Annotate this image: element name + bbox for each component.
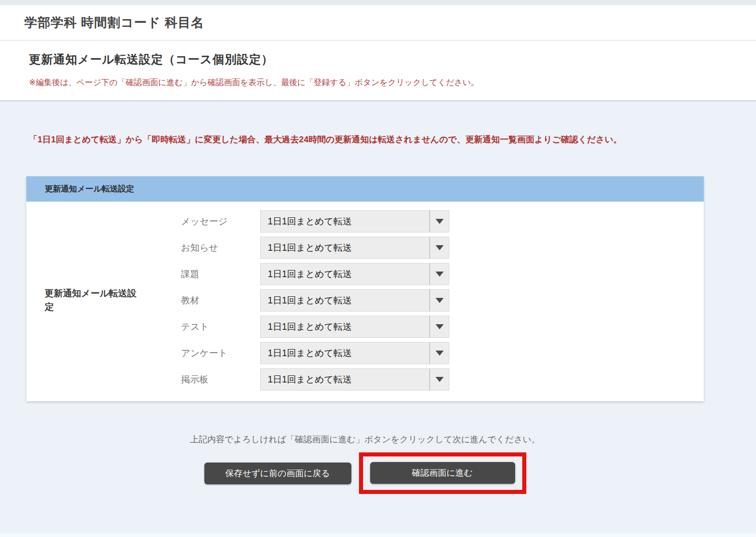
chevron-down-icon[interactable] (429, 342, 449, 364)
select-value: 1日1回まとめて転送 (261, 342, 429, 364)
page-header: 学部学科 時間割コード 科目名 (0, 5, 756, 41)
back-button[interactable]: 保存せずに前の画面に戻る (204, 463, 351, 484)
chevron-down-glyph (436, 351, 444, 356)
page-title: 更新通知メール転送設定（コース個別設定） (29, 52, 746, 67)
chevron-down-icon[interactable] (429, 316, 449, 337)
setting-row: 教材 1日1回まとめて転送 (181, 289, 449, 312)
setting-label: 課題 (181, 268, 260, 280)
chevron-down-glyph (436, 377, 444, 382)
section-header: 更新通知メール転送設定（コース個別設定） ※編集後は、ページ下の「確認画面に進む… (0, 41, 756, 101)
setting-label: テスト (181, 321, 260, 333)
window-top-strip (0, 0, 756, 5)
confirm-instruction: 上記内容でよろしければ「確認画面に進む」ボタンをクリックして次に進んでください。 (26, 434, 704, 445)
setting-row: メッセージ 1日1回まとめて転送 (181, 210, 449, 233)
main-content: 「1日1回まとめて転送」から「即時転送」に変更した場合、最大過去24時間の更新通… (0, 101, 756, 494)
forwarding-select[interactable]: 1日1回まとめて転送 (260, 316, 449, 338)
setting-row: アンケート 1日1回まとめて転送 (181, 342, 449, 364)
chevron-down-glyph (436, 219, 444, 224)
setting-row: お知らせ 1日1回まとめて転送 (181, 237, 449, 259)
panel-header: 更新通知メール転送設定 (26, 176, 704, 202)
select-value: 1日1回まとめて転送 (261, 369, 429, 390)
forwarding-select[interactable]: 1日1回まとめて転送 (260, 263, 449, 285)
select-value: 1日1回まとめて転送 (261, 211, 429, 232)
forwarding-select[interactable]: 1日1回まとめて転送 (260, 237, 449, 259)
setting-label: アンケート (181, 347, 260, 359)
setting-label: 掲示板 (181, 373, 260, 386)
forwarding-settings-panel: 更新通知メール転送設定 更新通知メール転送設定 メッセージ 1日1回まとめて転送 (26, 176, 704, 401)
group-label: 更新通知メール転送設定 (45, 287, 138, 314)
chevron-down-icon[interactable] (429, 290, 449, 311)
chevron-down-glyph (436, 272, 444, 277)
group-label-cell: 更新通知メール転送設定 (26, 210, 181, 391)
red-highlight-annotation: 確認画面に進む (359, 452, 526, 494)
select-value: 1日1回まとめて転送 (261, 290, 429, 311)
forwarding-select[interactable]: 1日1回まとめて転送 (260, 368, 449, 391)
setting-label: メッセージ (181, 215, 260, 227)
setting-row: 掲示板 1日1回まとめて転送 (181, 368, 449, 391)
select-value: 1日1回まとめて転送 (261, 263, 429, 285)
chevron-down-icon[interactable] (429, 237, 449, 258)
chevron-down-glyph (436, 245, 444, 250)
forwarding-select[interactable]: 1日1回まとめて転送 (260, 289, 449, 312)
chevron-down-glyph (436, 298, 444, 303)
bottom-edge-strip (0, 533, 756, 537)
course-title: 学部学科 時間割コード 科目名 (24, 14, 746, 31)
chevron-down-icon[interactable] (429, 263, 449, 285)
setting-row: テスト 1日1回まとめて転送 (181, 316, 449, 338)
select-value: 1日1回まとめて転送 (261, 316, 429, 337)
chevron-down-icon[interactable] (429, 369, 449, 390)
setting-label: 教材 (181, 294, 260, 306)
chevron-down-icon[interactable] (429, 211, 449, 232)
settings-rows: メッセージ 1日1回まとめて転送 お知らせ 1日1回まとめて転送 (181, 210, 449, 391)
select-value: 1日1回まとめて転送 (261, 237, 429, 258)
setting-label: お知らせ (181, 242, 260, 254)
setting-row: 課題 1日1回まとめて転送 (181, 263, 449, 285)
edit-note: ※編集後は、ページ下の「確認画面に進む」から確認画面を表示し、最後に「登録する」… (29, 78, 746, 88)
forwarding-select[interactable]: 1日1回まとめて転送 (260, 210, 449, 233)
action-buttons: 保存せずに前の画面に戻る 確認画面に進む (26, 452, 704, 494)
forwarding-warning: 「1日1回まとめて転送」から「即時転送」に変更した場合、最大過去24時間の更新通… (26, 134, 704, 146)
forwarding-select[interactable]: 1日1回まとめて転送 (260, 342, 449, 364)
confirm-button[interactable]: 確認画面に進む (370, 462, 515, 484)
chevron-down-glyph (436, 324, 444, 329)
panel-body: 更新通知メール転送設定 メッセージ 1日1回まとめて転送 (26, 202, 704, 401)
